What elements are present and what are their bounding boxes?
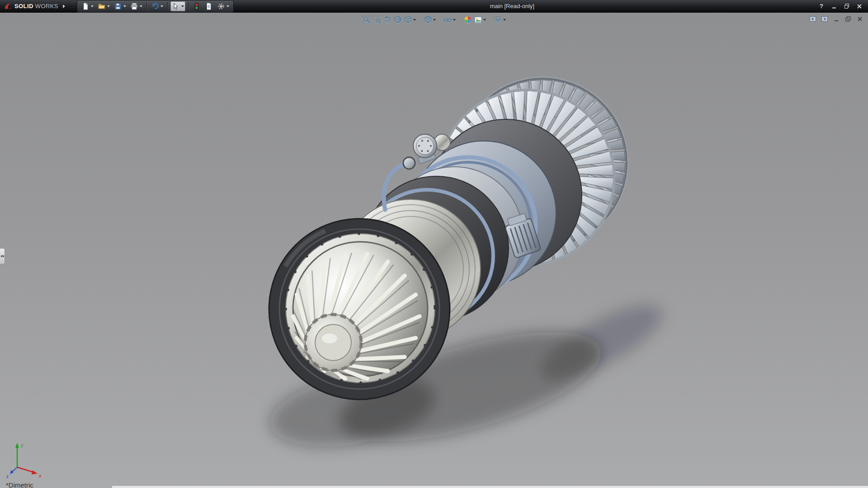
orientation-triad: y x z (5, 439, 46, 481)
dropdown-arrow-icon[interactable] (181, 5, 184, 7)
hide-show-items-button[interactable] (443, 15, 456, 24)
options-button[interactable] (216, 1, 231, 11)
zoom-to-area-icon (373, 15, 381, 24)
pane-left-icon (809, 15, 817, 23)
y-axis-label: y (21, 442, 24, 448)
print-icon (130, 2, 138, 10)
rear-blade-row (460, 80, 625, 245)
pane-right-button[interactable] (820, 14, 829, 23)
document-restore-button[interactable] (844, 14, 853, 23)
options-gear-icon (217, 2, 225, 10)
file-properties-button[interactable] (203, 1, 214, 11)
view-settings-button[interactable] (493, 15, 506, 24)
dropdown-arrow-icon[interactable] (160, 5, 163, 7)
help-button[interactable]: ? (816, 2, 826, 11)
solidworks-logo-icon (4, 2, 13, 10)
brand-solid-text: SOLID (14, 3, 33, 9)
menu-expand-arrow-icon[interactable] (63, 5, 65, 8)
window-controls: ? (816, 2, 864, 11)
dropdown-arrow-icon[interactable] (413, 19, 416, 21)
zoom-to-fit-button[interactable] (362, 15, 371, 24)
spinner-cone (293, 253, 420, 379)
save-icon (114, 2, 122, 10)
front-housing (243, 192, 476, 426)
restore-button[interactable] (842, 2, 852, 11)
dropdown-arrow-icon[interactable] (503, 19, 506, 21)
spinner-ribs (293, 253, 420, 379)
undo-icon (151, 2, 159, 10)
file-properties-icon (205, 2, 213, 10)
document-close-button[interactable] (855, 14, 864, 23)
open-button[interactable] (96, 1, 111, 11)
collapse-right-icon (3, 255, 5, 258)
dropdown-arrow-icon[interactable] (453, 19, 456, 21)
titlebar: SOLIDWORKS (0, 0, 868, 13)
close-button[interactable] (854, 2, 864, 11)
fan-assembly (439, 77, 628, 265)
brand-works-text: WORKS (35, 3, 58, 9)
toolbar-separator (167, 2, 168, 10)
print-button[interactable] (129, 1, 144, 11)
dropdown-arrow-icon[interactable] (483, 19, 486, 21)
solidworks-logo: SOLIDWORKS (4, 2, 58, 10)
dropdown-arrow-icon[interactable] (140, 5, 142, 7)
restore-icon (845, 16, 851, 22)
fan-blade-row (440, 91, 613, 264)
select-cursor-icon (172, 2, 180, 10)
model-shadow (264, 291, 671, 464)
x-axis-label: x (39, 473, 42, 479)
accessory-fittings (384, 134, 541, 258)
dropdown-arrow-icon[interactable] (123, 5, 126, 7)
display-style-icon (424, 15, 432, 24)
toolbar-separator (188, 2, 189, 10)
x-axis-arrow (32, 470, 38, 474)
hide-show-glasses-icon (443, 15, 452, 24)
view-orientation-button[interactable] (403, 15, 416, 24)
apply-scene-icon (474, 15, 482, 24)
engine-model (0, 13, 868, 488)
document-window-controls (808, 14, 864, 23)
previous-view-button[interactable] (382, 15, 392, 24)
select-tool-button[interactable] (170, 1, 185, 11)
document-title: main [Read-only] (490, 0, 534, 13)
dropdown-arrow-icon[interactable] (433, 19, 436, 21)
minimize-button[interactable] (829, 2, 839, 11)
new-document-button[interactable] (80, 1, 95, 11)
dropdown-arrow-icon[interactable] (226, 5, 229, 7)
compressor-body (340, 119, 582, 339)
rebuild-button[interactable] (191, 1, 202, 11)
close-icon (857, 4, 862, 9)
collapse-left-icon (0, 255, 2, 258)
section-view-button[interactable] (393, 15, 402, 24)
previous-view-icon (383, 15, 392, 24)
minimize-icon (833, 16, 840, 22)
dropdown-arrow-icon[interactable] (91, 5, 94, 7)
document-minimize-button[interactable] (832, 14, 841, 23)
heads-up-toolbar (362, 15, 506, 24)
edit-appearance-button[interactable] (463, 15, 472, 24)
dropdown-arrow-icon[interactable] (107, 5, 110, 7)
view-orientation-cube-icon (404, 15, 412, 24)
zoom-to-area-button[interactable] (372, 15, 382, 24)
pane-right-icon (821, 15, 829, 23)
viewport-3d[interactable]: y x z *Dimetric (0, 13, 868, 488)
undo-button[interactable] (150, 1, 165, 11)
save-button[interactable] (113, 1, 127, 11)
panel-collapse-handle[interactable] (0, 248, 5, 264)
new-document-icon (81, 2, 90, 10)
main-toolbar (77, 0, 234, 13)
apply-scene-button[interactable] (473, 15, 486, 24)
close-icon (857, 16, 863, 22)
rebuild-icon (193, 2, 201, 10)
pane-left-button[interactable] (808, 14, 817, 23)
y-axis-arrow (15, 443, 19, 448)
display-style-button[interactable] (423, 15, 436, 24)
statusbar-edge (112, 485, 868, 488)
help-icon: ? (820, 3, 823, 9)
view-orientation-label: *Dimetric (6, 481, 33, 488)
minimize-icon (831, 4, 837, 9)
view-settings-icon (494, 15, 502, 24)
section-view-icon (393, 15, 402, 24)
edit-appearance-ball-icon (463, 15, 472, 24)
toolbar-separator (146, 2, 147, 10)
